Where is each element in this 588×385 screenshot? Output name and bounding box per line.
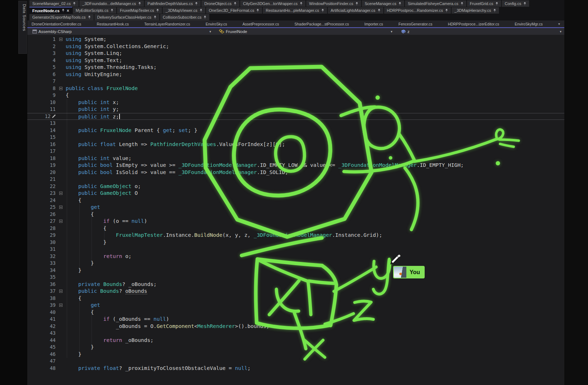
line-number[interactable]: 17 (27, 148, 56, 155)
pin-icon[interactable] (154, 15, 157, 19)
line-number[interactable]: 39 (27, 302, 56, 309)
code-line[interactable]: 1using System; (27, 36, 564, 43)
pin-icon[interactable] (300, 2, 303, 6)
code-line[interactable]: 45 } (27, 344, 564, 351)
line-number[interactable]: 32 (27, 253, 56, 260)
line-number[interactable]: 40 (27, 309, 56, 316)
line-number[interactable]: 41 (27, 316, 56, 323)
tab-FruxelGrid.cs[interactable]: FruxelGrid.cs (467, 0, 501, 7)
tab-SimulatedFisheyeCamera.cs[interactable]: SimulatedFisheyeCamera.cs (405, 0, 466, 7)
line-number[interactable]: 31 (27, 246, 56, 253)
line-number[interactable]: 2 (27, 43, 56, 50)
line-number[interactable]: 45 (27, 344, 56, 351)
pin-icon[interactable] (378, 9, 381, 13)
tab-FruxelNode.cs[interactable]: FruxelNode.cs× (29, 7, 72, 14)
code-line[interactable]: 26 { (27, 211, 564, 218)
code-line[interactable]: 48 private float? _proximityToClosestObs… (27, 365, 564, 372)
line-number[interactable]: 6 (27, 71, 56, 78)
code-line[interactable]: 16 public float Length => PathfinderDept… (27, 141, 564, 148)
pin-icon[interactable] (156, 9, 159, 13)
line-number[interactable]: 16 (27, 141, 56, 148)
code-line[interactable]: 23 public GameObject O (27, 190, 564, 197)
tab-SceneManager.cs[interactable]: SceneManager.cs (362, 0, 404, 7)
code-line[interactable]: 43 (27, 330, 564, 337)
line-number[interactable]: 37 (27, 288, 56, 295)
code-line[interactable]: 21 (27, 176, 564, 183)
pin-icon[interactable] (523, 2, 526, 6)
code-line[interactable]: 42 _oBounds = O.GetComponent<MeshRendere… (27, 323, 564, 330)
pin-icon[interactable] (493, 9, 496, 13)
tab-DroneObject.cs[interactable]: DroneObject.cs (201, 0, 239, 7)
pin-icon[interactable] (195, 2, 198, 6)
code-line[interactable]: 40 { (27, 309, 564, 316)
code-line[interactable]: 39 get (27, 302, 564, 309)
code-line[interactable]: 28 { (27, 225, 564, 232)
doc-tab[interactable]: RestaurantHook.cs (94, 22, 141, 26)
line-number[interactable]: 43 (27, 330, 56, 337)
tab-ArtificialLightsManager.cs[interactable]: ArtificialLightsManager.cs (328, 7, 383, 14)
doc-tab[interactable]: HDRPPostproce...izerEditor.cs (445, 22, 512, 26)
line-number[interactable]: 8 (27, 85, 56, 92)
code-line[interactable]: 44 return _oBounds; (27, 337, 564, 344)
breadcrumb-member[interactable]: z ▾ (395, 28, 564, 35)
line-number[interactable]: 25 (27, 204, 56, 211)
line-number[interactable]: 11 (27, 106, 56, 113)
code-line[interactable]: 18 public int value; (27, 155, 564, 162)
pin-icon[interactable] (138, 2, 141, 6)
code-line[interactable]: 12 public int z; (27, 113, 564, 120)
code-line[interactable]: 30 } (27, 239, 564, 246)
code-line[interactable]: 14 public FruxelNode Parent { get; set; … (27, 127, 564, 134)
code-line[interactable]: 32 return o; (27, 253, 564, 260)
code-line[interactable]: 27 if (o == null) (27, 218, 564, 225)
line-number[interactable]: 28 (27, 225, 56, 232)
tab-DeliverySurfaceClassHelper.cs[interactable]: DeliverySurfaceClassHelper.cs (94, 14, 159, 20)
doc-tab[interactable]: EnviroSkyMgr.cs (512, 22, 555, 26)
line-number[interactable]: 24 (27, 197, 56, 204)
fold-icon[interactable] (59, 87, 62, 90)
line-number[interactable]: 47 (27, 358, 56, 365)
line-number[interactable]: 10 (27, 99, 56, 106)
tab-_3DFoundatio...delManager.cs[interactable]: _3DFoundatio...delManager.cs (79, 0, 144, 7)
pin-icon[interactable] (62, 9, 65, 13)
chevron-down-icon[interactable]: ▾ (206, 30, 214, 33)
code-line[interactable]: 24 { (27, 197, 564, 204)
doc-tab[interactable]: FencesGenerator.cs (396, 22, 445, 26)
code-line[interactable]: 2using System.Collections.Generic; (27, 43, 564, 50)
code-line[interactable]: 8public class FruxelNode (27, 85, 564, 92)
line-number[interactable]: 14 (27, 127, 56, 134)
pin-icon[interactable] (355, 2, 358, 6)
code-line[interactable]: 35 (27, 274, 564, 281)
line-number[interactable]: 3 (27, 50, 56, 57)
code-line[interactable]: 36 private Bounds? _oBounds; (27, 281, 564, 288)
line-number[interactable]: 36 (27, 281, 56, 288)
code-line[interactable]: 4using System.Text; (27, 57, 564, 64)
line-number[interactable]: 35 (27, 274, 56, 281)
pin-icon[interactable] (495, 2, 498, 6)
doc-tab[interactable]: AssetPreprocessor.cs (240, 22, 292, 26)
chevron-down-icon[interactable]: ▾ (388, 30, 395, 33)
tab-MyEditorScripts.cs[interactable]: MyEditorScripts.cs (73, 7, 116, 14)
code-line[interactable]: 31 (27, 246, 564, 253)
line-number[interactable]: 18 (27, 155, 56, 162)
code-line[interactable]: 20 public bool IsSolid => value == _3DFo… (27, 169, 564, 176)
code-line[interactable]: 38 { (27, 295, 564, 302)
code-line[interactable]: 41 if (_oBounds == null) (27, 316, 564, 323)
tab-_3DMapHierarchy.cs[interactable]: _3DMapHierarchy.cs (452, 7, 499, 14)
pin-icon[interactable] (200, 9, 202, 13)
code-line[interactable]: 25 get (27, 204, 564, 211)
code-line[interactable]: 5using System.Threading.Tasks; (27, 64, 564, 71)
sidebar-tab-data-sources[interactable]: Data Sources (18, 1, 27, 54)
code-line[interactable]: 33 } (27, 260, 564, 267)
pin-icon[interactable] (88, 15, 91, 19)
line-number[interactable]: 38 (27, 295, 56, 302)
line-number[interactable]: 19 (27, 162, 56, 169)
code-line[interactable]: 11 public int y; (27, 106, 564, 113)
fold-icon[interactable] (59, 192, 62, 195)
code-editor[interactable]: 1using System;2using System.Collections.… (27, 35, 564, 377)
line-number[interactable]: 7 (27, 78, 56, 85)
pin-icon[interactable] (204, 15, 206, 19)
line-number[interactable]: 26 (27, 211, 56, 218)
code-line[interactable]: 13 (27, 120, 564, 127)
fold-icon[interactable] (59, 206, 62, 209)
tab-Config.cs[interactable]: Config.cs (502, 0, 529, 7)
